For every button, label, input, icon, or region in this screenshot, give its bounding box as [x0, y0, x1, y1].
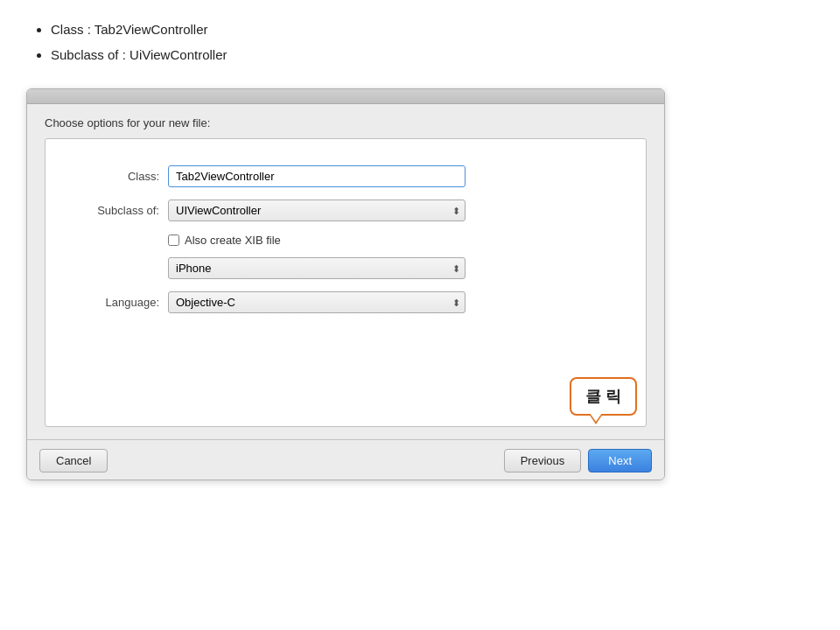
footer-right: Previous Next — [504, 449, 652, 472]
cancel-button[interactable]: Cancel — [39, 449, 108, 472]
iphone-row: iPhone iPad ⬍ — [168, 257, 628, 279]
dialog-inner: Class: Subclass of: UIViewController UIT… — [45, 138, 647, 427]
xib-checkbox[interactable] — [168, 234, 179, 246]
callout-bubble: 클 릭 — [570, 377, 637, 416]
dialog-prompt: Choose options for your new file: — [45, 116, 647, 130]
dialog-title-bar — [27, 89, 664, 104]
bullet-class: Class : Tab2ViewController — [51, 18, 814, 43]
xib-checkbox-label[interactable]: Also create XIB file — [185, 234, 281, 247]
info-bullets: Class : Tab2ViewController Subclass of :… — [26, 18, 814, 67]
language-row: Language: Objective-C Swift ⬍ — [63, 291, 628, 313]
subclass-row: Subclass of: UIViewController UITableVie… — [63, 200, 628, 221]
dialog-footer: Cancel Previous Next — [27, 439, 664, 480]
class-label: Class: — [63, 170, 159, 183]
language-label: Language: — [63, 296, 159, 309]
previous-button[interactable]: Previous — [504, 449, 582, 472]
subclass-select-wrapper: UIViewController UITableViewController U… — [168, 200, 466, 221]
xib-checkbox-row: Also create XIB file — [168, 234, 628, 247]
next-button[interactable]: Next — [588, 449, 652, 472]
class-input[interactable] — [168, 165, 466, 187]
subclass-label: Subclass of: — [63, 204, 159, 217]
language-select[interactable]: Objective-C Swift — [168, 291, 466, 313]
callout-container: 클 릭 — [570, 377, 637, 416]
iphone-select-wrapper: iPhone iPad ⬍ — [168, 257, 466, 279]
new-file-dialog: Choose options for your new file: Class:… — [26, 88, 665, 480]
language-select-wrapper: Objective-C Swift ⬍ — [168, 291, 466, 313]
bullet-subclass: Subclass of : UiViewController — [51, 43, 814, 68]
iphone-select[interactable]: iPhone iPad — [168, 257, 466, 279]
class-row: Class: — [63, 165, 628, 187]
dialog-body: Choose options for your new file: Class:… — [27, 104, 664, 439]
subclass-select[interactable]: UIViewController UITableViewController U… — [168, 200, 466, 221]
